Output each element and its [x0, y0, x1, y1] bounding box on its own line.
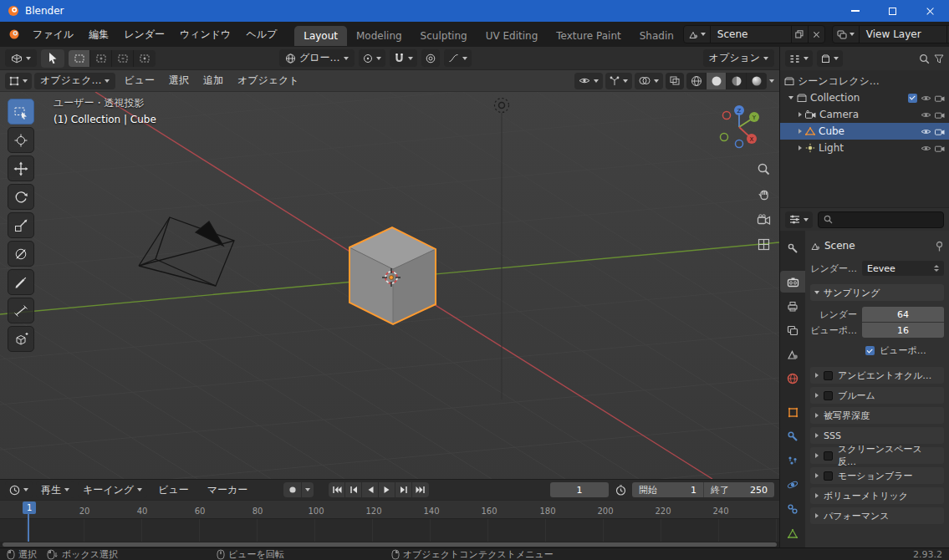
tool-rotate[interactable]: [8, 184, 34, 210]
render-toggle[interactable]: [935, 145, 945, 152]
gizmo-x-label[interactable]: X: [750, 136, 754, 143]
tab-constraints[interactable]: [780, 498, 805, 520]
panel-sss[interactable]: SSS: [810, 427, 944, 444]
snap-toggle[interactable]: [390, 49, 417, 67]
current-frame-field[interactable]: 1: [550, 482, 609, 497]
scene-new-button[interactable]: [791, 26, 808, 43]
bloom-checkbox[interactable]: [824, 391, 833, 400]
scene-name[interactable]: Scene: [711, 28, 791, 40]
panel-bloom[interactable]: ブルーム: [810, 387, 944, 404]
frame-end-field[interactable]: 終了 250: [703, 482, 774, 497]
hide-toggle[interactable]: [921, 145, 931, 152]
outliner-row-scene-collection[interactable]: シーンコレクシ…: [780, 73, 949, 89]
hide-toggle[interactable]: [921, 128, 931, 135]
render-toggle[interactable]: [935, 94, 945, 102]
outliner-filter-button[interactable]: [934, 54, 944, 64]
shading-solid[interactable]: [707, 73, 727, 89]
render-toggle[interactable]: [935, 111, 945, 119]
properties-search-input[interactable]: [818, 211, 944, 228]
properties-editor-selector[interactable]: [785, 211, 813, 228]
playback-dropdown[interactable]: 再生: [36, 481, 74, 498]
camera-view-button[interactable]: [753, 209, 773, 229]
render-toggle[interactable]: [935, 128, 945, 135]
timeline-menu-view[interactable]: ビュー: [151, 481, 196, 500]
tab-view-layer[interactable]: [780, 319, 805, 341]
keying-dropdown[interactable]: キーイング: [78, 481, 147, 498]
close-button[interactable]: [911, 0, 949, 22]
expand-icon[interactable]: [788, 96, 793, 99]
render-engine-dropdown[interactable]: Eevee: [862, 261, 944, 276]
tool-move[interactable]: [8, 155, 34, 181]
pan-button[interactable]: [753, 184, 773, 204]
viewport-menu-add[interactable]: 追加: [197, 72, 229, 89]
menu-help[interactable]: ヘルプ: [238, 25, 284, 44]
breadcrumb-scene[interactable]: Scene: [824, 240, 855, 252]
prev-keyframe-button[interactable]: [345, 482, 362, 497]
tab-object[interactable]: [780, 401, 805, 423]
scrollbar-thumb[interactable]: [3, 542, 777, 547]
options-dropdown[interactable]: オプション: [703, 49, 774, 67]
use-preview-range-toggle[interactable]: [612, 481, 629, 498]
tab-render[interactable]: [780, 271, 805, 293]
collapse-icon[interactable]: [798, 112, 802, 117]
workspace-tab-layout[interactable]: Layout: [294, 26, 347, 46]
gizmo-z-label[interactable]: Z: [737, 108, 742, 115]
mode-dropdown[interactable]: オブジェク…: [34, 73, 115, 89]
select-mode-new[interactable]: [69, 50, 90, 67]
panel-motion-blur[interactable]: モーションブラー: [810, 467, 944, 484]
xray-toggle[interactable]: [666, 73, 684, 89]
transform-orientation-dropdown[interactable]: グロー…: [279, 49, 355, 67]
timeline-tracks[interactable]: [0, 518, 779, 542]
proportional-falloff-dropdown[interactable]: [444, 49, 472, 67]
sampling-viewport-field[interactable]: 16: [862, 323, 944, 338]
tool-select-box[interactable]: [8, 99, 34, 125]
visibility-dropdown[interactable]: [574, 73, 603, 89]
ambient-occlusion-checkbox[interactable]: [824, 371, 833, 380]
scene-unlink-button[interactable]: [808, 26, 824, 43]
next-keyframe-button[interactable]: [395, 482, 412, 497]
maximize-button[interactable]: [874, 0, 911, 22]
tab-world[interactable]: [780, 368, 805, 389]
panel-volumetrics[interactable]: ボリューメトリック: [810, 487, 944, 504]
select-mode-invert[interactable]: [134, 50, 156, 67]
view-layer-name[interactable]: View Layer: [860, 28, 946, 40]
zoom-button[interactable]: [753, 159, 773, 179]
auto-keying-toggle[interactable]: [283, 482, 302, 497]
gizmos-dropdown[interactable]: [605, 73, 632, 89]
play-reverse-button[interactable]: [362, 482, 379, 497]
jump-to-end-button[interactable]: [412, 482, 429, 497]
tool-add-cube[interactable]: [8, 326, 34, 352]
outliner-display-mode-dropdown[interactable]: [817, 50, 843, 67]
workspace-tab-shading[interactable]: Shadin: [630, 26, 683, 46]
menu-file[interactable]: ファイル: [25, 25, 81, 44]
outliner-row-collection[interactable]: Collection: [780, 89, 949, 106]
collapse-icon[interactable]: [798, 145, 802, 150]
jump-to-start-button[interactable]: [329, 482, 345, 497]
panel-depth-of-field[interactable]: 被写界深度: [810, 407, 944, 424]
keying-options-dropdown[interactable]: [302, 482, 314, 497]
outliner-search-button[interactable]: [919, 53, 930, 64]
tab-modifiers[interactable]: [780, 425, 805, 447]
panel-screen-space-reflections[interactable]: スクリーンスペース反…: [810, 447, 944, 464]
sampling-render-field[interactable]: 64: [862, 307, 944, 322]
timeline-scrollbar[interactable]: [0, 542, 779, 547]
viewport-menu-select[interactable]: 選択: [163, 72, 195, 89]
collapse-icon[interactable]: [798, 129, 802, 134]
menu-edit[interactable]: 編集: [81, 25, 116, 44]
outliner-row-light[interactable]: Light: [780, 140, 949, 156]
timeline-menu-marker[interactable]: マーカー: [200, 481, 256, 500]
workspace-tab-sculpting[interactable]: Sculpting: [411, 26, 477, 46]
pivot-point-dropdown[interactable]: [359, 49, 385, 67]
tool-transform[interactable]: [8, 241, 34, 267]
workspace-tab-modeling[interactable]: Modeling: [347, 26, 411, 46]
shading-rendered[interactable]: [747, 73, 767, 89]
active-tool-button[interactable]: [41, 49, 64, 68]
tab-object-data[interactable]: [780, 522, 805, 544]
editor-type-selector[interactable]: [5, 49, 37, 67]
mode-icon-dropdown[interactable]: [5, 73, 32, 89]
viewport-scene[interactable]: [0, 92, 779, 479]
current-frame-marker[interactable]: 1: [23, 501, 36, 514]
tab-physics[interactable]: [780, 474, 805, 496]
overlays-dropdown[interactable]: [635, 73, 663, 89]
motion-blur-checkbox[interactable]: [824, 471, 833, 481]
